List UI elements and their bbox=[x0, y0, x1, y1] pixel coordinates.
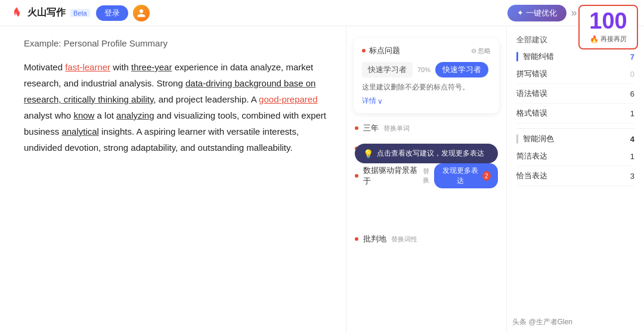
word-comparison: 快速学习者 70% 快速学习者 bbox=[362, 62, 491, 77]
suggestion-item-4[interactable]: 批判地 替换词性 bbox=[346, 229, 506, 249]
sidebar-item-name-appropriate: 恰当表达 bbox=[516, 170, 547, 181]
logo-text: 火山写作 bbox=[27, 7, 66, 19]
card-label: 标点问题 bbox=[369, 45, 400, 56]
text-fast-learner: fast-learner bbox=[65, 62, 110, 72]
group-count-2: 4 bbox=[630, 135, 634, 144]
text-normal-4: , and project leadership. A bbox=[153, 94, 259, 104]
item-label-4: 批判地 bbox=[363, 234, 386, 244]
sidebar-row-grammar[interactable]: 语法错误 6 bbox=[516, 84, 634, 104]
text-normal-5: analyst who bbox=[24, 110, 73, 120]
suggestion-panel: 标点问题 ⊖ 忽略 快速学习者 70% 快速学习者 这里建议删除不必要的标点符号… bbox=[346, 26, 507, 332]
word-original: 快速学习者 bbox=[362, 62, 413, 77]
sidebar-row-concise[interactable]: 简洁表达 1 bbox=[516, 147, 634, 166]
sidebar-item-num-spelling: 0 bbox=[630, 70, 634, 79]
watermark: 头条 @生产者Glen bbox=[512, 317, 572, 327]
editor-area: Example: Personal Profile Summary Motiva… bbox=[0, 26, 346, 332]
text-know: know bbox=[73, 110, 94, 120]
text-good-prepared: good-prepared bbox=[259, 94, 317, 104]
score-number: 100 bbox=[584, 10, 632, 32]
text-normal-1: Motivated bbox=[24, 62, 65, 72]
suggestion-card: 标点问题 ⊖ 忽略 快速学习者 70% 快速学习者 这里建议删除不必要的标点符号… bbox=[354, 38, 499, 113]
sidebar-item-num-format: 1 bbox=[630, 109, 634, 118]
main-area: Example: Personal Profile Summary Motiva… bbox=[0, 26, 644, 332]
suggestion-item-3[interactable]: 数据驱动背景基于 替换 发现更多表达 2 bbox=[346, 159, 506, 193]
beta-badge: Beta bbox=[70, 9, 90, 17]
sidebar-item-name-spelling: 拼写错误 bbox=[516, 69, 547, 79]
dot-icon bbox=[362, 49, 366, 52]
optimize-icon: ✦ bbox=[517, 8, 524, 17]
text-analyzing: analyzing bbox=[116, 110, 154, 120]
card-desc: 这里建议删除不必要的标点符号。 bbox=[362, 82, 491, 92]
discover-badge: 2 bbox=[482, 171, 491, 181]
card-header: 标点问题 ⊖ 忽略 bbox=[362, 45, 491, 56]
optimize-button[interactable]: ✦ 一键优化 bbox=[507, 5, 566, 21]
doc-title: Example: Personal Profile Summary bbox=[24, 38, 328, 48]
sidebar-item-name-concise: 简洁表达 bbox=[516, 151, 547, 162]
discover-button[interactable]: 发现更多表达 2 bbox=[434, 163, 498, 188]
text-three-year: three-year bbox=[131, 62, 172, 72]
group-label-1: 智能纠错 bbox=[523, 51, 554, 62]
sidebar-item-num-appropriate: 3 bbox=[630, 172, 634, 181]
sidebar-item-num-concise: 1 bbox=[630, 152, 634, 161]
nav-more[interactable]: » bbox=[571, 7, 577, 19]
item-sub-1: 替换单词 bbox=[383, 124, 410, 133]
sidebar-row-format[interactable]: 格式错误 1 bbox=[516, 104, 634, 123]
word-suggested[interactable]: 快速学习者 bbox=[435, 62, 488, 77]
card-detail[interactable]: 详情 ∨ bbox=[362, 96, 491, 106]
active-indicator bbox=[516, 52, 518, 61]
suggestion-item-1[interactable]: 三年 替换单词 bbox=[346, 118, 506, 138]
word-score: 70% bbox=[417, 66, 431, 73]
bulb-icon: 💡 bbox=[363, 149, 373, 159]
item-label-1: 三年 bbox=[363, 123, 379, 134]
text-analytical: analytical bbox=[61, 126, 99, 136]
fire-icon: 🔥 bbox=[590, 35, 599, 44]
navbar: 火山写作 Beta 登录 ✦ 一键优化 » 全部建议 11 bbox=[0, 0, 644, 26]
chevron-down-icon: ∨ bbox=[377, 97, 383, 106]
text-normal-6: a lot bbox=[94, 110, 116, 120]
sidebar-item-num-grammar: 6 bbox=[630, 89, 634, 98]
score-box: 100 🔥 再接再厉 bbox=[578, 5, 638, 49]
section-divider bbox=[516, 128, 634, 129]
inactive-indicator bbox=[516, 134, 518, 144]
sidebar-row-spelling[interactable]: 拼写错误 0 bbox=[516, 64, 634, 84]
item-label-3: 数据驱动背景基于 bbox=[363, 165, 418, 187]
sidebar-row-appropriate[interactable]: 恰当表达 3 bbox=[516, 166, 634, 186]
login-button[interactable]: 登录 bbox=[96, 5, 128, 21]
logo-area: 火山写作 Beta bbox=[10, 6, 90, 20]
sidebar-item-name-grammar: 语法错误 bbox=[516, 88, 547, 99]
text-normal-2: with bbox=[110, 62, 131, 72]
card-type: 标点问题 bbox=[362, 45, 400, 56]
group-label-2: 智能润色 bbox=[523, 134, 554, 144]
right-sidebar: 全部建议 11 智能纠错 7 拼写错误 0 语法错误 6 格式错误 1 智能润色… bbox=[507, 26, 644, 332]
dot-icon bbox=[355, 174, 358, 178]
tooltip-popup: 💡 点击查看改写建议，发现更多表达 bbox=[355, 144, 498, 163]
item-sub-3: 替换 bbox=[423, 167, 434, 185]
dot-icon bbox=[355, 237, 358, 241]
avatar-button[interactable] bbox=[133, 5, 150, 21]
logo-icon bbox=[10, 6, 24, 20]
sidebar-item-name-format: 格式错误 bbox=[516, 108, 547, 119]
doc-content: Motivated fast-learner with three-year e… bbox=[24, 59, 328, 156]
dot-icon bbox=[355, 126, 358, 130]
ignore-icon: ⊖ bbox=[471, 47, 476, 55]
group-count-1: 7 bbox=[630, 52, 634, 61]
item-sub-4: 替换词性 bbox=[391, 235, 417, 244]
ignore-button[interactable]: ⊖ 忽略 bbox=[471, 46, 491, 55]
score-subtitle: 🔥 再接再厉 bbox=[584, 35, 632, 44]
